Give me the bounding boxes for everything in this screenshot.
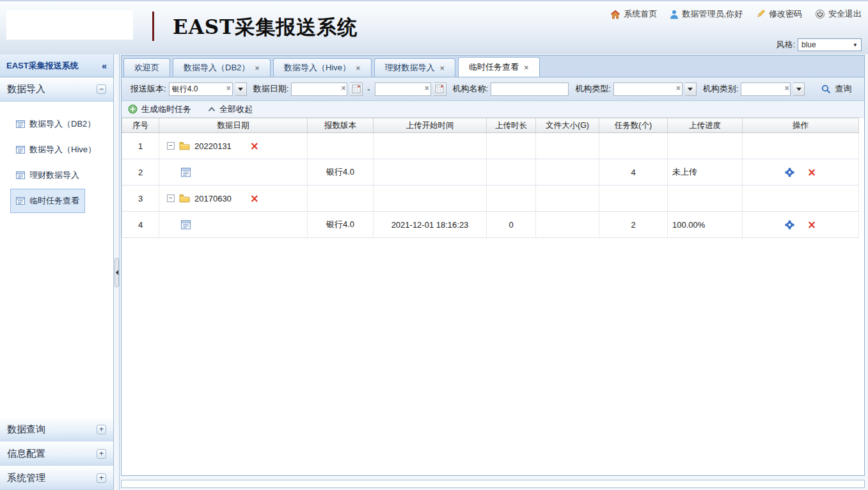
clear-icon[interactable]: × [784,84,789,92]
org-type-label: 机构类型: [575,83,611,95]
sidebar-section-info-config[interactable]: 信息配置 + [0,441,113,466]
document-icon [16,196,25,205]
style-switcher: 风格: blue ▼ [776,38,862,51]
calendar-icon[interactable] [350,83,363,96]
org-name-input[interactable] [491,83,569,96]
combo-arrow-icon[interactable] [793,83,805,96]
cell-start [374,159,487,186]
date-separator: - [367,84,370,94]
date-from-input[interactable] [291,83,347,96]
delete-task-icon[interactable]: × [807,219,816,230]
document-icon [16,145,25,154]
org-type-input[interactable] [613,83,683,96]
tab-label: 数据导入（Hive） [284,62,351,74]
report-version-label: 报送版本: [130,83,166,95]
splitter-handle[interactable] [114,258,119,287]
delete-task-icon[interactable]: × [807,167,816,178]
section-label: 数据导入 [7,83,45,95]
document-icon [16,120,25,129]
create-temp-task-button[interactable]: 生成临时任务 [128,104,191,115]
tab-data-import-db2[interactable]: 数据导入（DB2） × [173,58,271,77]
table-row: 3 − 20170630 × [122,186,859,212]
org-class-label: 机构类别: [703,83,739,95]
close-tab-icon[interactable]: × [524,63,529,72]
sidebar-section-data-import[interactable]: 数据导入 − [0,77,113,102]
org-class-input[interactable] [741,83,791,96]
gear-icon[interactable] [785,220,794,230]
sidebar-section-system-admin[interactable]: 系统管理 + [0,466,113,490]
menu-item-label: 临时任务查看 [29,195,79,207]
collapse-all-button[interactable]: 全部收起 [208,104,253,115]
nav-change-password[interactable]: 修改密码 [755,8,802,20]
main-panel: 欢迎页 数据导入（DB2） × 数据导入（Hive） × 理财数据导入 × [121,55,865,476]
app-title: EAST采集报送系统 [173,14,358,41]
clear-icon[interactable]: × [341,84,345,92]
calendar-icon[interactable] [434,83,446,96]
group-date: 20220131 [194,141,232,151]
section-label: 系统管理 [7,472,45,484]
expand-section-icon[interactable]: + [97,449,106,459]
search-button[interactable]: 查询 [821,83,851,95]
tab-label: 理财数据导入 [385,62,435,74]
col-data-date: 数据日期 [159,118,308,133]
sidebar-section-data-query[interactable]: 数据查询 + [0,417,113,441]
collapse-group-icon[interactable]: − [167,194,175,202]
folder-icon [179,141,190,150]
sidebar: EAST采集报送系统 « 数据导入 − 数据导入（DB2） [0,54,114,490]
col-file-size: 文件大小(G) [536,118,599,133]
clear-icon[interactable]: × [226,84,231,92]
close-tab-icon[interactable]: × [440,64,445,72]
sidebar-title-bar: EAST采集报送系统 « [0,54,113,77]
cell-version: 银行4.0 [308,212,374,238]
task-table: 序号 数据日期 报数版本 上传开始时间 上传时长 文件大小(G) 任务数(个) … [122,118,859,238]
section-label: 信息配置 [7,448,45,460]
nav-logout[interactable]: 安全退出 [815,8,862,20]
document-icon [16,171,25,180]
clear-icon[interactable]: × [676,84,681,92]
cell-duration [487,159,536,186]
delete-group-icon[interactable]: × [250,193,259,204]
tab-bar: 欢迎页 数据导入（DB2） × 数据导入（Hive） × 理财数据导入 × [122,56,864,77]
gear-icon[interactable] [785,168,794,177]
nav-system-home[interactable]: 系统首页 [610,8,657,20]
report-version-input[interactable] [169,83,233,96]
top-nav: 系统首页 数据管理员,你好 修改密码 安全退出 [610,8,862,20]
sidebar-item-wealth-data-import[interactable]: 理财数据导入 [10,163,85,187]
close-tab-icon[interactable]: × [356,64,361,72]
sidebar-collapse-icon[interactable]: « [102,61,107,71]
collapse-section-icon[interactable]: − [97,84,106,94]
table-row: 2 银行4.0 [122,159,859,186]
sidebar-spacer [0,221,113,417]
expand-section-icon[interactable]: + [97,425,106,434]
style-select[interactable]: blue ▼ [798,38,862,51]
col-seq: 序号 [122,118,159,133]
nav-user-greeting[interactable]: 数据管理员,你好 [670,8,743,20]
col-report-version: 报数版本 [308,118,374,133]
col-upload-start: 上传开始时间 [374,118,487,133]
close-tab-icon[interactable]: × [255,64,260,72]
sidebar-item-data-import-db2[interactable]: 数据导入（DB2） [10,112,101,136]
chevron-up-icon [208,107,216,112]
filter-bar: 报送版本: × 数据日期: × - × 机构名称: [122,77,864,101]
delete-group-icon[interactable]: × [250,141,259,152]
cell-size [536,212,599,238]
user-icon [670,10,679,19]
cell-tasks: 4 [599,159,668,186]
tab-wealth-data-import[interactable]: 理财数据导入 × [374,58,456,77]
tab-welcome[interactable]: 欢迎页 [123,58,170,77]
create-temp-task-label: 生成临时任务 [141,104,191,115]
tab-temp-task-view[interactable]: 临时任务查看 × [458,57,540,77]
sidebar-item-temp-task-view[interactable]: 临时任务查看 [10,189,85,213]
expand-section-icon[interactable]: + [97,473,106,483]
combo-arrow-icon[interactable] [235,83,247,96]
cell-tasks: 2 [599,212,668,238]
sidebar-item-data-import-hive[interactable]: 数据导入（Hive） [10,138,102,162]
sidebar-menu: 数据导入（DB2） 数据导入（Hive） 理财数据导入 [0,102,113,221]
sidebar-splitter[interactable] [114,54,120,490]
tab-data-import-hive[interactable]: 数据导入（Hive） × [273,58,372,77]
date-to-input[interactable] [375,83,431,96]
org-name-label: 机构名称: [453,83,489,95]
combo-arrow-icon[interactable] [685,83,697,96]
clear-icon[interactable]: × [425,84,429,92]
collapse-group-icon[interactable]: − [167,142,175,150]
